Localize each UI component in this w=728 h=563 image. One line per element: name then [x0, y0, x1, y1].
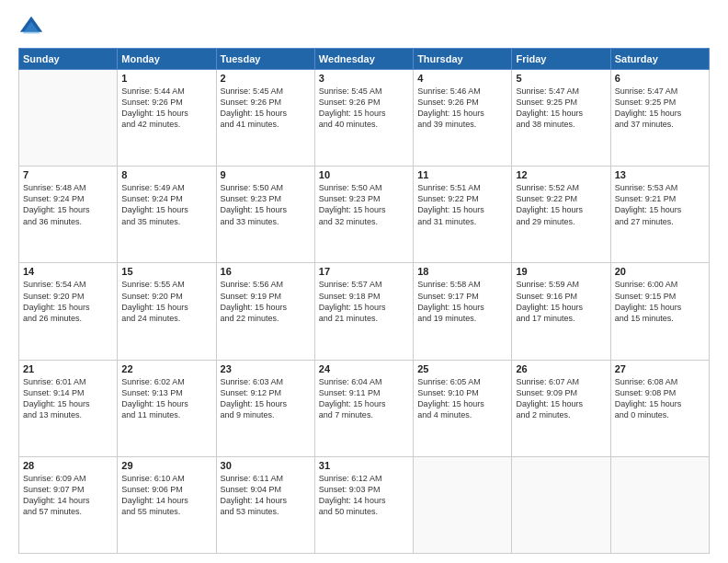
- day-number: 12: [516, 169, 606, 180]
- calendar-cell: [610, 456, 709, 553]
- calendar-cell: [512, 456, 610, 553]
- day-header-wednesday: Wednesday: [314, 49, 413, 70]
- day-header-sunday: Sunday: [19, 49, 118, 70]
- cell-info: Sunrise: 5:56 AM Sunset: 9:19 PM Dayligh…: [221, 279, 311, 324]
- calendar-cell: 1Sunrise: 5:44 AM Sunset: 9:26 PM Daylig…: [118, 70, 216, 167]
- calendar-cell: 4Sunrise: 5:46 AM Sunset: 9:26 PM Daylig…: [414, 70, 512, 167]
- cell-info: Sunrise: 5:47 AM Sunset: 9:25 PM Dayligh…: [516, 86, 606, 131]
- calendar-cell: 29Sunrise: 6:10 AM Sunset: 9:06 PM Dayli…: [118, 456, 216, 553]
- cell-info: Sunrise: 5:50 AM Sunset: 9:23 PM Dayligh…: [221, 182, 311, 227]
- calendar-cell: 30Sunrise: 6:11 AM Sunset: 9:04 PM Dayli…: [216, 456, 314, 553]
- calendar-cell: [19, 70, 118, 167]
- page: SundayMondayTuesdayWednesdayThursdayFrid…: [0, 0, 728, 563]
- calendar-cell: 21Sunrise: 6:01 AM Sunset: 9:14 PM Dayli…: [19, 360, 118, 456]
- calendar-cell: 15Sunrise: 5:55 AM Sunset: 9:20 PM Dayli…: [118, 263, 216, 360]
- day-number: 15: [121, 266, 211, 277]
- day-header-saturday: Saturday: [610, 49, 709, 70]
- calendar-cell: 18Sunrise: 5:58 AM Sunset: 9:17 PM Dayli…: [414, 263, 512, 360]
- calendar-cell: 17Sunrise: 5:57 AM Sunset: 9:18 PM Dayli…: [314, 263, 413, 360]
- cell-info: Sunrise: 5:47 AM Sunset: 9:25 PM Dayligh…: [615, 86, 705, 131]
- day-number: 30: [221, 460, 311, 471]
- cell-info: Sunrise: 5:50 AM Sunset: 9:23 PM Dayligh…: [319, 182, 409, 227]
- cell-info: Sunrise: 5:51 AM Sunset: 9:22 PM Dayligh…: [417, 182, 507, 227]
- day-number: 6: [615, 73, 705, 84]
- cell-info: Sunrise: 6:01 AM Sunset: 9:14 PM Dayligh…: [23, 376, 113, 421]
- logo: [18, 15, 48, 40]
- day-header-friday: Friday: [512, 49, 610, 70]
- day-number: 11: [417, 169, 507, 180]
- calendar-cell: 5Sunrise: 5:47 AM Sunset: 9:25 PM Daylig…: [512, 70, 610, 167]
- cell-info: Sunrise: 5:53 AM Sunset: 9:21 PM Dayligh…: [615, 182, 705, 227]
- calendar-cell: 11Sunrise: 5:51 AM Sunset: 9:22 PM Dayli…: [414, 167, 512, 263]
- cell-info: Sunrise: 6:08 AM Sunset: 9:08 PM Dayligh…: [615, 376, 705, 421]
- day-number: 17: [319, 266, 409, 277]
- calendar-cell: 9Sunrise: 5:50 AM Sunset: 9:23 PM Daylig…: [216, 167, 314, 263]
- day-number: 2: [221, 73, 311, 84]
- day-number: 8: [121, 169, 211, 180]
- day-header-tuesday: Tuesday: [216, 49, 314, 70]
- cell-info: Sunrise: 6:02 AM Sunset: 9:13 PM Dayligh…: [121, 376, 211, 421]
- day-header-thursday: Thursday: [414, 49, 512, 70]
- day-number: 27: [615, 363, 705, 374]
- cell-info: Sunrise: 6:10 AM Sunset: 9:06 PM Dayligh…: [121, 473, 211, 518]
- calendar-week-row: 1Sunrise: 5:44 AM Sunset: 9:26 PM Daylig…: [19, 70, 710, 167]
- calendar-cell: 10Sunrise: 5:50 AM Sunset: 9:23 PM Dayli…: [314, 167, 413, 263]
- cell-info: Sunrise: 5:58 AM Sunset: 9:17 PM Dayligh…: [417, 279, 507, 324]
- cell-info: Sunrise: 6:03 AM Sunset: 9:12 PM Dayligh…: [221, 376, 311, 421]
- day-number: 10: [319, 169, 409, 180]
- calendar-cell: 26Sunrise: 6:07 AM Sunset: 9:09 PM Dayli…: [512, 360, 610, 456]
- cell-info: Sunrise: 5:57 AM Sunset: 9:18 PM Dayligh…: [319, 279, 409, 324]
- day-number: 14: [23, 266, 113, 277]
- day-number: 22: [121, 363, 211, 374]
- calendar-cell: 23Sunrise: 6:03 AM Sunset: 9:12 PM Dayli…: [216, 360, 314, 456]
- day-number: 26: [516, 363, 606, 374]
- day-number: 18: [417, 266, 507, 277]
- calendar-cell: 20Sunrise: 6:00 AM Sunset: 9:15 PM Dayli…: [610, 263, 709, 360]
- calendar-cell: 13Sunrise: 5:53 AM Sunset: 9:21 PM Dayli…: [610, 167, 709, 263]
- cell-info: Sunrise: 5:45 AM Sunset: 9:26 PM Dayligh…: [221, 86, 311, 131]
- cell-info: Sunrise: 5:59 AM Sunset: 9:16 PM Dayligh…: [516, 279, 606, 324]
- calendar-table: SundayMondayTuesdayWednesdayThursdayFrid…: [18, 48, 710, 554]
- cell-info: Sunrise: 5:49 AM Sunset: 9:24 PM Dayligh…: [121, 182, 211, 227]
- cell-info: Sunrise: 6:12 AM Sunset: 9:03 PM Dayligh…: [319, 473, 409, 518]
- calendar-cell: 14Sunrise: 5:54 AM Sunset: 9:20 PM Dayli…: [19, 263, 118, 360]
- calendar-cell: 25Sunrise: 6:05 AM Sunset: 9:10 PM Dayli…: [414, 360, 512, 456]
- calendar-cell: 2Sunrise: 5:45 AM Sunset: 9:26 PM Daylig…: [216, 70, 314, 167]
- day-number: 7: [23, 169, 113, 180]
- cell-info: Sunrise: 6:11 AM Sunset: 9:04 PM Dayligh…: [221, 473, 311, 518]
- day-number: 31: [319, 460, 409, 471]
- calendar-cell: 3Sunrise: 5:45 AM Sunset: 9:26 PM Daylig…: [314, 70, 413, 167]
- day-number: 24: [319, 363, 409, 374]
- day-number: 1: [121, 73, 211, 84]
- calendar-week-row: 14Sunrise: 5:54 AM Sunset: 9:20 PM Dayli…: [19, 263, 710, 360]
- calendar-week-row: 7Sunrise: 5:48 AM Sunset: 9:24 PM Daylig…: [19, 167, 710, 263]
- cell-info: Sunrise: 6:05 AM Sunset: 9:10 PM Dayligh…: [417, 376, 507, 421]
- calendar-cell: 24Sunrise: 6:04 AM Sunset: 9:11 PM Dayli…: [314, 360, 413, 456]
- calendar-week-row: 28Sunrise: 6:09 AM Sunset: 9:07 PM Dayli…: [19, 456, 710, 553]
- cell-info: Sunrise: 6:09 AM Sunset: 9:07 PM Dayligh…: [23, 473, 113, 518]
- day-number: 13: [615, 169, 705, 180]
- cell-info: Sunrise: 5:48 AM Sunset: 9:24 PM Dayligh…: [23, 182, 113, 227]
- day-number: 21: [23, 363, 113, 374]
- day-header-monday: Monday: [118, 49, 216, 70]
- calendar-cell: 31Sunrise: 6:12 AM Sunset: 9:03 PM Dayli…: [314, 456, 413, 553]
- cell-info: Sunrise: 5:44 AM Sunset: 9:26 PM Dayligh…: [121, 86, 211, 131]
- calendar-cell: 7Sunrise: 5:48 AM Sunset: 9:24 PM Daylig…: [19, 167, 118, 263]
- calendar-cell: 27Sunrise: 6:08 AM Sunset: 9:08 PM Dayli…: [610, 360, 709, 456]
- calendar-week-row: 21Sunrise: 6:01 AM Sunset: 9:14 PM Dayli…: [19, 360, 710, 456]
- calendar-cell: 28Sunrise: 6:09 AM Sunset: 9:07 PM Dayli…: [19, 456, 118, 553]
- calendar-cell: 8Sunrise: 5:49 AM Sunset: 9:24 PM Daylig…: [118, 167, 216, 263]
- day-number: 20: [615, 266, 705, 277]
- calendar-cell: 19Sunrise: 5:59 AM Sunset: 9:16 PM Dayli…: [512, 263, 610, 360]
- cell-info: Sunrise: 6:07 AM Sunset: 9:09 PM Dayligh…: [516, 376, 606, 421]
- cell-info: Sunrise: 6:00 AM Sunset: 9:15 PM Dayligh…: [615, 279, 705, 324]
- calendar-cell: 16Sunrise: 5:56 AM Sunset: 9:19 PM Dayli…: [216, 263, 314, 360]
- day-number: 4: [417, 73, 507, 84]
- day-number: 29: [121, 460, 211, 471]
- day-number: 5: [516, 73, 606, 84]
- cell-info: Sunrise: 5:55 AM Sunset: 9:20 PM Dayligh…: [121, 279, 211, 324]
- cell-info: Sunrise: 5:52 AM Sunset: 9:22 PM Dayligh…: [516, 182, 606, 227]
- day-number: 3: [319, 73, 409, 84]
- cell-info: Sunrise: 6:04 AM Sunset: 9:11 PM Dayligh…: [319, 376, 409, 421]
- day-number: 9: [221, 169, 311, 180]
